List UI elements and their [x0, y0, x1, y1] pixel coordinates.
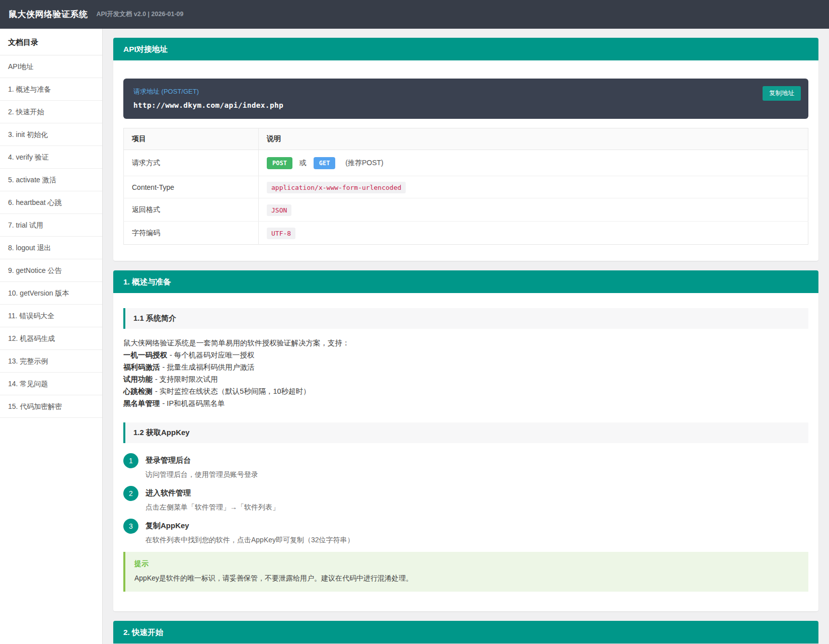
step-number-badge: 3: [123, 519, 138, 534]
feature-name: 心跳检测: [123, 387, 153, 395]
recommended-note: (推荐POST): [345, 159, 383, 167]
subheading-get-appkey: 1.2 获取AppKey: [123, 422, 808, 443]
step-body: 复制AppKey 在软件列表中找到您的软件，点击AppKey即可复制（32位字符…: [145, 519, 354, 545]
sidebar-item-trial[interactable]: 7. trial 试用: [0, 214, 102, 237]
feature-line: 黑名单管理- IP和机器码黑名单: [123, 397, 808, 409]
post-method-badge: POST: [267, 157, 292, 169]
step-copy-appkey: 3 复制AppKey 在软件列表中找到您的软件，点击AppKey即可复制（32位…: [123, 519, 808, 545]
feature-desc: - 支持限时限次试用: [155, 375, 218, 383]
sidebar-item-quickstart[interactable]: 2. 快速开始: [0, 101, 102, 123]
feature-line: 心跳检测- 实时监控在线状态（默认5秒间隔，10秒超时）: [123, 385, 808, 397]
table-row: 请求方式 POST 或 GET (推荐POST): [124, 150, 808, 176]
content-type-code: application/x-www-form-urlencoded: [267, 182, 406, 193]
sidebar-item-faq[interactable]: 14. 常见问题: [0, 373, 102, 395]
step-description: 在软件列表中找到您的软件，点击AppKey即可复制（32位字符串）: [145, 536, 354, 545]
overview-card: 1. 概述与准备 1.1 系统简介 鼠大侠网络验证系统是一套简单易用的软件授权验…: [113, 270, 818, 611]
column-header-description: 说明: [259, 128, 808, 150]
copy-address-button[interactable]: 复制地址: [763, 86, 801, 101]
feature-desc: - 批量生成福利码供用户激活: [163, 363, 255, 371]
content-area: API对接地址 请求地址 (POST/GET) http://www.dkym.…: [103, 29, 829, 644]
step-title: 登录管理后台: [145, 453, 258, 465]
step-number-badge: 2: [123, 486, 138, 501]
row-value-charset: UTF-8: [259, 222, 808, 245]
subheading-system-intro: 1.1 系统简介: [123, 308, 808, 329]
step-number-badge: 1: [123, 453, 138, 468]
row-label-content-type: Content-Type: [124, 176, 259, 198]
page: 鼠大侠网络验证系统 API开发文档 v2.0 | 2026-01-09 文档目录…: [0, 0, 829, 644]
sidebar-item-activate[interactable]: 5. activate 激活: [0, 169, 102, 191]
sidebar-item-error-codes[interactable]: 11. 错误码大全: [0, 305, 102, 327]
step-description: 点击左侧菜单「软件管理」→「软件列表」: [145, 503, 279, 512]
quickstart-card-title: 2. 快速开始: [113, 621, 818, 643]
step-description: 访问管理后台，使用管理员账号登录: [145, 470, 258, 479]
row-label-request-method: 请求方式: [124, 150, 259, 176]
feature-desc: - 每个机器码对应唯一授权: [170, 351, 254, 359]
appkey-steps: 1 登录管理后台 访问管理后台，使用管理员账号登录 2 进入软件管理 点击左侧菜…: [123, 453, 808, 545]
intro-line: 鼠大侠网络验证系统是一套简单易用的软件授权验证解决方案，支持：: [123, 337, 808, 349]
feature-desc: - 实时监控在线状态（默认5秒间隔，10秒超时）: [155, 387, 311, 395]
api-url-text: http://www.dkym.com/api/index.php: [133, 101, 798, 109]
step-enter-software-management: 2 进入软件管理 点击左侧菜单「软件管理」→「软件列表」: [123, 486, 808, 512]
app-title: 鼠大侠网络验证系统: [9, 9, 88, 20]
sidebar-item-overview[interactable]: 1. 概述与准备: [0, 78, 102, 101]
or-text: 或: [299, 159, 307, 167]
sidebar-title: 文档目录: [0, 29, 102, 55]
app-subtitle: API开发文档 v2.0 | 2026-01-09: [97, 10, 184, 19]
table-header-row: 项目 说明: [124, 128, 808, 150]
feature-line: 一机一码授权- 每个机器码对应唯一授权: [123, 349, 808, 361]
overview-card-body: 1.1 系统简介 鼠大侠网络验证系统是一套简单易用的软件授权验证解决方案，支持：…: [113, 308, 818, 611]
return-format-code: JSON: [267, 204, 291, 216]
row-label-return-format: 返回格式: [124, 198, 259, 222]
row-label-charset: 字符编码: [124, 222, 259, 245]
feature-name: 福利码激活: [123, 363, 160, 371]
api-info-table: 项目 说明 请求方式 POST 或 GET (: [123, 128, 808, 245]
sidebar-nav: API地址 1. 概述与准备 2. 快速开始 3. init 初始化 4. ve…: [0, 55, 102, 418]
row-value-return-format: JSON: [259, 198, 808, 222]
column-header-item: 项目: [124, 128, 259, 150]
api-address-card-title: API对接地址: [113, 38, 818, 60]
feature-name: 一机一码授权: [123, 351, 167, 359]
overview-card-title: 1. 概述与准备: [113, 270, 818, 293]
main-layout: 文档目录 API地址 1. 概述与准备 2. 快速开始 3. init 初始化 …: [0, 29, 829, 644]
sidebar-item-logout[interactable]: 8. logout 退出: [0, 237, 102, 259]
tip-text: AppKey是软件的唯一标识，请妥善保管，不要泄露给用户。建议在代码中进行混淆处…: [134, 574, 799, 583]
table-row: Content-Type application/x-www-form-urle…: [124, 176, 808, 198]
charset-code: UTF-8: [267, 228, 295, 239]
request-url-label: 请求地址 (POST/GET): [133, 87, 798, 96]
sidebar-item-machine-code[interactable]: 12. 机器码生成: [0, 327, 102, 350]
sidebar: 文档目录 API地址 1. 概述与准备 2. 快速开始 3. init 初始化 …: [0, 29, 103, 644]
sidebar-item-getnotice[interactable]: 9. getNotice 公告: [0, 259, 102, 282]
table-row: 返回格式 JSON: [124, 198, 808, 222]
step-login-admin: 1 登录管理后台 访问管理后台，使用管理员账号登录: [123, 453, 808, 479]
step-body: 登录管理后台 访问管理后台，使用管理员账号登录: [145, 453, 258, 479]
feature-line: 福利码激活- 批量生成福利码供用户激活: [123, 361, 808, 373]
feature-name: 试用功能: [123, 375, 153, 383]
step-body: 进入软件管理 点击左侧菜单「软件管理」→「软件列表」: [145, 486, 279, 512]
row-value-request-method: POST 或 GET (推荐POST): [259, 150, 808, 176]
api-address-card: API对接地址 请求地址 (POST/GET) http://www.dkym.…: [113, 38, 818, 261]
quickstart-card: 2. 快速开始: [113, 621, 818, 643]
top-header-bar: 鼠大侠网络验证系统 API开发文档 v2.0 | 2026-01-09: [0, 0, 829, 29]
sidebar-item-heartbeat[interactable]: 6. heartbeat 心跳: [0, 191, 102, 214]
sidebar-item-encryption[interactable]: 15. 代码加密解密: [0, 395, 102, 418]
api-url-codeblock: 请求地址 (POST/GET) http://www.dkym.com/api/…: [123, 79, 808, 119]
sidebar-item-api-address[interactable]: API地址: [0, 55, 102, 78]
sidebar-item-verify[interactable]: 4. verify 验证: [0, 146, 102, 169]
feature-line: 试用功能- 支持限时限次试用: [123, 373, 808, 385]
feature-desc: - IP和机器码黑名单: [163, 399, 225, 407]
api-address-card-body: 请求地址 (POST/GET) http://www.dkym.com/api/…: [113, 60, 818, 261]
tip-box: 提示 AppKey是软件的唯一标识，请妥善保管，不要泄露给用户。建议在代码中进行…: [123, 552, 808, 592]
sidebar-item-getversion[interactable]: 10. getVersion 版本: [0, 282, 102, 305]
feature-name: 黑名单管理: [123, 399, 160, 407]
system-intro-text: 鼠大侠网络验证系统是一套简单易用的软件授权验证解决方案，支持： 一机一码授权- …: [123, 337, 808, 409]
sidebar-item-init[interactable]: 3. init 初始化: [0, 123, 102, 146]
table-row: 字符编码 UTF-8: [124, 222, 808, 245]
row-value-content-type: application/x-www-form-urlencoded: [259, 176, 808, 198]
tip-title: 提示: [134, 559, 799, 568]
sidebar-item-full-example[interactable]: 13. 完整示例: [0, 350, 102, 373]
get-method-badge: GET: [314, 157, 336, 169]
step-title: 进入软件管理: [145, 486, 279, 498]
step-title: 复制AppKey: [145, 519, 354, 531]
